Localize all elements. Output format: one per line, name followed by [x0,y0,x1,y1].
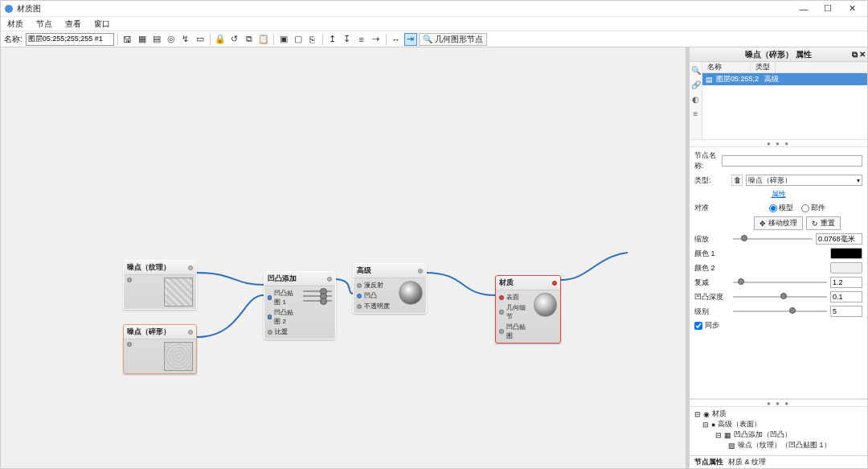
collapse-icon[interactable]: ⊟ [715,431,722,439]
type-value: 噪点（碎形） [748,175,792,186]
sphere-icon: ● [711,421,715,429]
menu-nodes[interactable]: 节点 [33,18,55,31]
expand-icon[interactable]: ↧ [341,33,354,46]
tree-row[interactable]: ⊟●高级（表面） [694,419,862,430]
lock-icon[interactable]: 🔒 [214,33,227,46]
color1-swatch[interactable] [830,248,862,259]
node-advanced[interactable]: 高级 漫反射 凹凸 不透明度 [353,263,427,314]
noise-preview [164,278,193,306]
node-type-label: 几何图形节点 [435,34,483,45]
port-label: 表面 [506,293,519,302]
quick-icon[interactable]: ⇥ [404,33,417,46]
align-icon[interactable]: ≡ [355,33,368,46]
paste-icon[interactable]: 📋 [257,33,270,46]
node-graph-canvas[interactable]: 噪点（纹理） 噪点（碎形） 凹凸添加 [1,47,689,468]
node-bump-add[interactable]: 凹凸添加 凹凸贴图 1 凹凸贴图 2 比重 [264,271,336,339]
cursor-icon[interactable]: ↔ [390,33,403,46]
panel-splitter-2[interactable]: ● ● ● [690,399,867,407]
color2-label: 颜色 2 [694,263,728,274]
name-input[interactable] [26,33,114,46]
node-title: 高级 [357,265,371,276]
move-texture-button[interactable]: ✥移动纹理 [754,216,803,230]
align-label: 对准 [694,203,728,213]
menu-materials[interactable]: 材质 [4,18,27,31]
scale-value[interactable] [816,233,862,245]
node-type-button[interactable]: 🔍几何图形节点 [419,33,487,46]
vtab-globe-icon[interactable]: ◐ [691,94,701,104]
scale-slider[interactable] [733,238,813,240]
factor-value[interactable] [830,277,862,288]
tab-node-properties[interactable]: 节点属性 [694,457,723,467]
menu-view[interactable]: 查看 [62,18,84,31]
name-label: 名称: [4,34,23,45]
list-cell-name: 图层05:255;2 [716,74,761,84]
level-slider[interactable] [733,311,827,312]
properties-link[interactable]: 属性 [772,189,786,200]
vtab-list-icon[interactable]: ≡ [691,109,701,118]
window-title: 材质图 [17,3,792,14]
sync-checkbox[interactable] [694,322,702,330]
layer-icon: ▤ [706,76,713,84]
texture-icon: ▧ [728,442,735,450]
vtab-link-icon[interactable]: 🔗 [691,80,701,89]
maximize-button[interactable]: ☐ [816,2,840,16]
menu-window[interactable]: 窗口 [91,18,113,31]
copy-icon[interactable]: ⧉ [243,33,256,46]
tree-row[interactable]: ⊟◉材质 [694,409,862,419]
node-list: 名称 类型 ▤ 图层05:255;2 高级 [702,62,867,139]
radio-part[interactable]: 部件 [801,203,825,213]
port-label: 漫反射 [364,281,383,290]
grid-icon[interactable]: ▤ [150,33,163,46]
color2-swatch[interactable] [830,262,862,274]
depth-slider[interactable] [733,296,827,298]
port-label: 比重 [275,327,288,336]
branch-icon[interactable]: ⎘ [306,33,319,46]
node-noise-fractal[interactable]: 噪点（碎形） [123,324,197,374]
node-noise-texture[interactable]: 噪点（纹理） [123,260,197,310]
depth-value[interactable] [830,291,862,302]
level-value[interactable] [830,306,862,317]
ungroup-icon[interactable]: ▢ [292,33,305,46]
port-label: 凹凸贴图 1 [274,289,299,306]
history-icon[interactable]: ↺ [228,33,241,46]
delete-icon[interactable]: 🗑 [731,175,743,186]
col-type[interactable]: 类型 [751,62,776,72]
close-button[interactable]: ✕ [840,2,864,16]
snap-icon[interactable]: ↯ [179,33,192,46]
node-name-input[interactable] [722,155,862,167]
collapse-icon[interactable]: ↥ [326,33,339,46]
close-panel-icon[interactable]: ✕ [859,50,866,60]
link-icon[interactable]: ⇢ [370,33,383,46]
tab-material-texture[interactable]: 材质 & 纹理 [728,457,766,467]
tree-row[interactable]: ▧噪点（纹理）（凹凸贴图 1） [694,440,862,450]
collapse-icon[interactable]: ⊟ [694,410,701,418]
node-title: 噪点（纹理） [127,262,170,273]
color1-label: 颜色 1 [694,249,728,259]
type-select[interactable]: 噪点（碎形） [746,175,862,186]
layout-icon[interactable]: ▦ [136,33,149,46]
radio-model[interactable]: 模型 [769,203,793,213]
collapse-icon[interactable]: ⊟ [702,421,709,429]
factor-slider[interactable] [733,282,827,283]
panel-splitter[interactable]: ● ● ● [690,139,867,147]
list-row[interactable]: ▤ 图层05:255;2 高级 [702,73,867,85]
save-icon[interactable]: 🖫 [121,33,134,46]
level-label: 级别 [694,306,730,317]
minimize-button[interactable]: — [792,2,816,16]
fractal-preview [164,342,193,371]
type-label: 类型: [694,175,728,186]
titlebar: 材质图 — ☐ ✕ [1,1,867,17]
node-material[interactable]: 材质 表面 几何细节 凹凸贴图 [495,275,561,344]
reset-button[interactable]: ↻重置 [806,216,841,230]
focus-icon[interactable]: ◎ [165,33,178,46]
depth-label: 凹凸深度 [694,292,730,302]
sync-label: 同步 [705,320,719,331]
fit-icon[interactable]: ▭ [194,33,207,46]
sphere-preview [399,281,423,305]
bump-icon: ▦ [724,431,731,439]
group-icon[interactable]: ▣ [277,33,290,46]
vtab-search-icon[interactable]: 🔍 [691,65,701,75]
pop-out-icon[interactable]: ⧉ [852,50,858,60]
col-name[interactable]: 名称 [702,62,751,72]
tree-row[interactable]: ⊟▦凹凸添加（凹凸） [694,430,862,440]
